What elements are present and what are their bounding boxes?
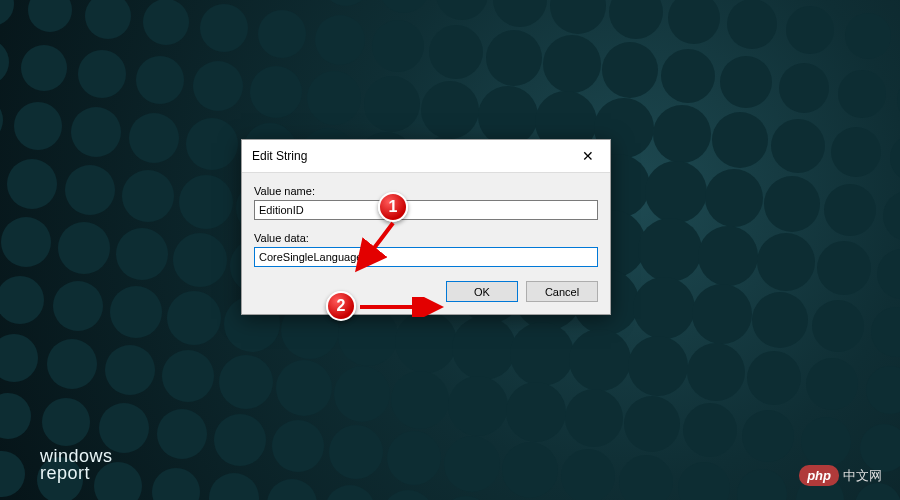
svg-point-46 xyxy=(478,86,538,146)
svg-point-136 xyxy=(448,376,508,436)
annotation-badge-2: 2 xyxy=(326,291,356,321)
svg-point-22 xyxy=(143,0,189,45)
svg-point-70 xyxy=(824,184,876,236)
svg-point-87 xyxy=(757,233,815,291)
svg-point-157 xyxy=(619,455,673,500)
svg-point-85 xyxy=(638,218,702,282)
svg-point-139 xyxy=(624,396,680,452)
svg-point-15 xyxy=(786,6,834,54)
svg-point-56 xyxy=(14,102,62,150)
svg-point-104 xyxy=(692,284,752,344)
svg-point-59 xyxy=(186,118,238,170)
value-name-input[interactable] xyxy=(254,200,598,220)
svg-point-117 xyxy=(395,311,457,373)
svg-point-149 xyxy=(157,409,207,459)
svg-point-50 xyxy=(712,112,768,168)
svg-point-20 xyxy=(28,0,72,32)
svg-point-93 xyxy=(58,222,110,274)
svg-point-105 xyxy=(752,292,808,348)
svg-point-107 xyxy=(871,307,900,357)
svg-point-32 xyxy=(720,56,772,108)
svg-point-42 xyxy=(250,66,302,118)
svg-point-147 xyxy=(42,398,90,446)
svg-point-128 xyxy=(0,334,38,382)
value-data-label: Value data: xyxy=(254,232,598,244)
svg-point-41 xyxy=(193,61,243,111)
svg-point-71 xyxy=(883,191,900,241)
svg-point-19 xyxy=(0,0,14,26)
svg-point-69 xyxy=(764,176,820,232)
watermark-text: 中文网 xyxy=(843,467,882,485)
svg-point-30 xyxy=(602,42,658,98)
watermark-php-cn: php 中文网 xyxy=(799,465,882,486)
svg-point-11 xyxy=(550,0,606,34)
svg-point-154 xyxy=(444,436,500,492)
svg-point-130 xyxy=(105,345,155,395)
svg-point-57 xyxy=(71,107,121,157)
svg-point-95 xyxy=(173,233,227,287)
svg-point-110 xyxy=(0,276,44,324)
svg-point-155 xyxy=(502,442,558,498)
svg-point-152 xyxy=(329,425,383,479)
svg-point-167 xyxy=(152,468,200,500)
svg-point-156 xyxy=(561,449,615,500)
svg-point-129 xyxy=(47,339,97,389)
svg-point-171 xyxy=(382,490,434,500)
svg-point-74 xyxy=(7,159,57,209)
svg-point-94 xyxy=(116,228,168,280)
svg-point-123 xyxy=(747,351,801,405)
svg-point-12 xyxy=(609,0,663,39)
svg-point-9 xyxy=(436,0,488,20)
dialog-title: Edit String xyxy=(252,149,307,163)
svg-point-121 xyxy=(628,336,688,396)
svg-point-164 xyxy=(0,451,25,497)
svg-point-142 xyxy=(801,417,851,467)
svg-point-29 xyxy=(543,35,601,93)
svg-point-151 xyxy=(272,420,324,472)
svg-point-141 xyxy=(742,410,794,462)
close-icon: ✕ xyxy=(582,149,594,163)
svg-point-33 xyxy=(779,63,829,113)
svg-point-7 xyxy=(322,0,370,6)
watermark-windows-report: windows report xyxy=(40,448,113,482)
close-button[interactable]: ✕ xyxy=(572,146,604,166)
svg-point-25 xyxy=(315,15,365,65)
svg-point-140 xyxy=(683,403,737,457)
svg-point-150 xyxy=(214,414,266,466)
svg-point-124 xyxy=(806,358,858,410)
svg-point-138 xyxy=(565,389,623,447)
svg-point-13 xyxy=(668,0,720,44)
svg-point-120 xyxy=(569,329,631,391)
svg-point-44 xyxy=(364,76,420,132)
titlebar[interactable]: Edit String ✕ xyxy=(242,140,610,173)
svg-point-76 xyxy=(122,170,174,222)
svg-point-40 xyxy=(136,56,184,104)
svg-point-37 xyxy=(0,39,9,85)
ok-button[interactable]: OK xyxy=(446,281,518,302)
svg-point-132 xyxy=(219,355,273,409)
svg-point-119 xyxy=(510,322,574,386)
svg-point-38 xyxy=(21,45,67,91)
svg-point-125 xyxy=(866,366,900,414)
svg-point-131 xyxy=(162,350,214,402)
svg-point-86 xyxy=(698,226,758,286)
svg-point-23 xyxy=(200,4,248,52)
svg-point-92 xyxy=(1,217,51,267)
svg-point-43 xyxy=(307,71,361,125)
svg-point-24 xyxy=(258,10,306,58)
svg-point-168 xyxy=(209,473,259,500)
svg-point-31 xyxy=(661,49,715,103)
svg-point-52 xyxy=(831,127,881,177)
value-name-label: Value name: xyxy=(254,185,598,197)
svg-point-134 xyxy=(334,366,390,422)
value-data-input[interactable] xyxy=(254,247,598,267)
edit-string-dialog: Edit String ✕ Value name: Value data: OK… xyxy=(241,139,611,315)
svg-point-89 xyxy=(877,249,900,299)
svg-point-34 xyxy=(838,70,886,118)
svg-point-14 xyxy=(727,0,777,49)
svg-point-28 xyxy=(486,30,542,86)
cancel-button[interactable]: Cancel xyxy=(526,281,598,302)
svg-point-112 xyxy=(110,286,162,338)
svg-point-133 xyxy=(276,360,332,416)
svg-point-10 xyxy=(493,0,547,27)
